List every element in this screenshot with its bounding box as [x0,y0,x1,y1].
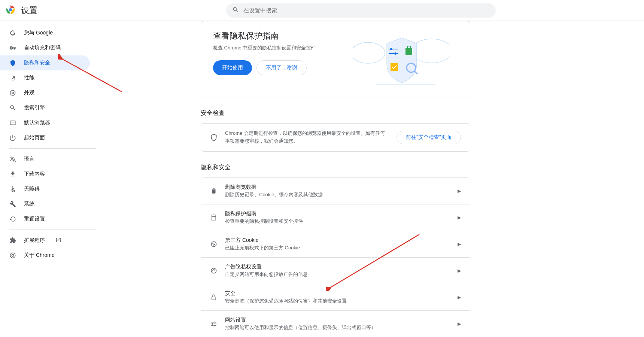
svg-point-9 [12,186,13,188]
guide-start-button[interactable]: 开始使用 [213,60,252,75]
privacy-guide-card: 查看隐私保护指南 检查 Chrome 中重要的隐私控制设置和安全控件 开始使用 … [201,21,470,97]
guide-icon [210,214,218,221]
safety-check-button[interactable]: 前往"安全检查"页面 [397,131,461,144]
svg-line-18 [414,71,417,74]
key-icon [9,44,16,52]
setting-row-cookies[interactable]: 第三方 Cookie已阻止无痕模式下的第三方 Cookie ▶ [201,231,470,257]
sidebar-item-about[interactable]: 关于 Chrome [0,248,90,263]
svg-point-4 [10,90,15,95]
svg-rect-32 [212,297,216,300]
svg-point-31 [211,268,216,273]
chrome-icon [9,252,16,259]
safety-check-heading: 安全检查 [201,109,470,117]
sidebar-item-appearance[interactable]: 外观 [0,85,90,100]
chevron-right-icon: ▶ [458,321,461,327]
svg-point-13 [411,39,450,63]
sidebar-item-search[interactable]: 搜索引擎 [0,100,90,115]
chevron-right-icon: ▶ [458,268,461,273]
search-icon [9,104,16,112]
cookie-icon [210,240,218,248]
power-icon [9,134,16,142]
svg-rect-16 [391,63,398,71]
guide-subtitle: 检查 Chrome 中重要的隐私控制设置和安全控件 [213,45,353,51]
sidebar-item-downloads[interactable]: 下载内容 [0,167,90,182]
extension-icon [9,237,16,244]
search-input[interactable] [243,7,490,13]
sidebar-item-performance[interactable]: 性能 [0,70,90,85]
google-icon [9,29,16,37]
setting-row-ads[interactable]: 广告隐私权设置自定义网站可用来向您投放广告的信息 ▶ [201,257,470,284]
delete-icon [210,187,218,195]
chevron-right-icon: ▶ [458,188,461,194]
search-icon [232,6,239,15]
sidebar-item-system[interactable]: 系统 [0,197,90,212]
setting-row-site-settings[interactable]: 网站设置控制网站可以使用和显示的信息（位置信息、摄像头、弹出式窗口等） ▶ [201,310,470,337]
guide-dismiss-button[interactable]: 不用了，谢谢 [256,60,307,75]
svg-point-5 [12,92,14,94]
sidebar-item-autofill[interactable]: 自动填充和密码 [0,40,90,55]
restore-icon [9,215,16,223]
download-icon [9,170,16,178]
safety-check-text: Chrome 会定期进行检查，以确保您的浏览器使用最安全的设置。如有任何事项需要… [225,130,389,145]
svg-point-10 [10,253,15,258]
speed-icon [9,74,16,82]
page-title: 设置 [21,5,37,16]
safety-check-card: Chrome 会定期进行检查，以确保您的浏览器使用最安全的设置。如有任何事项需要… [201,123,470,152]
sidebar-item-extensions[interactable]: 扩展程序 [0,233,90,248]
svg-rect-6 [10,121,15,125]
shield-icon [9,59,16,67]
external-link-icon [55,237,61,244]
lock-icon [210,294,218,301]
setting-row-security[interactable]: 安全安全浏览（保护您免受危险网站的侵害）和其他安全设置 ▶ [201,284,470,310]
search-box[interactable] [226,3,496,18]
svg-point-11 [12,254,13,256]
privacy-settings-list: 删除浏览数据删除历史记录、Cookie、缓存内容及其他数据 ▶ 隐私保护指南检查… [201,177,470,337]
sidebar-item-startup[interactable]: 起始页面 [0,130,90,145]
window-icon [9,119,16,127]
chevron-right-icon: ▶ [458,295,461,300]
tune-icon [210,320,218,328]
sidebar-item-privacy[interactable]: 隐私和安全 [0,55,90,70]
svg-point-30 [213,245,214,245]
ads-icon [210,267,218,274]
setting-row-privacy-guide[interactable]: 隐私保护指南检查重要的隐私控制设置和安全控件 ▶ [201,204,470,231]
chevron-right-icon: ▶ [458,215,461,220]
svg-point-29 [214,244,215,245]
chrome-logo-icon [6,5,15,16]
svg-point-12 [353,42,385,63]
svg-rect-24 [212,215,216,220]
sidebar-item-google[interactable]: 您与 Google [0,25,90,40]
svg-point-27 [211,242,216,247]
sidebar: 您与 Google 自动填充和密码 隐私和安全 性能 外观 搜索引擎 默认浏览器… [0,21,96,337]
sidebar-item-accessibility[interactable]: 无障碍 [0,182,90,197]
svg-point-28 [213,243,213,244]
shield-icon [210,134,218,141]
sidebar-item-language[interactable]: 语言 [0,152,90,167]
guide-title: 查看隐私保护指南 [213,30,353,42]
setting-row-clear-data[interactable]: 删除浏览数据删除历史记录、Cookie、缓存内容及其他数据 ▶ [201,178,470,204]
translate-icon [9,155,16,163]
guide-illustration [353,30,458,88]
sidebar-item-browser[interactable]: 默认浏览器 [0,115,90,130]
wrench-icon [9,200,16,208]
chevron-right-icon: ▶ [458,242,461,247]
palette-icon [9,89,16,97]
svg-point-22 [394,52,397,55]
accessibility-icon [9,185,16,193]
privacy-heading: 隐私和安全 [201,164,470,171]
svg-point-20 [390,48,392,50]
sidebar-item-reset[interactable]: 重置设置 [0,212,90,227]
svg-point-3 [9,8,12,11]
